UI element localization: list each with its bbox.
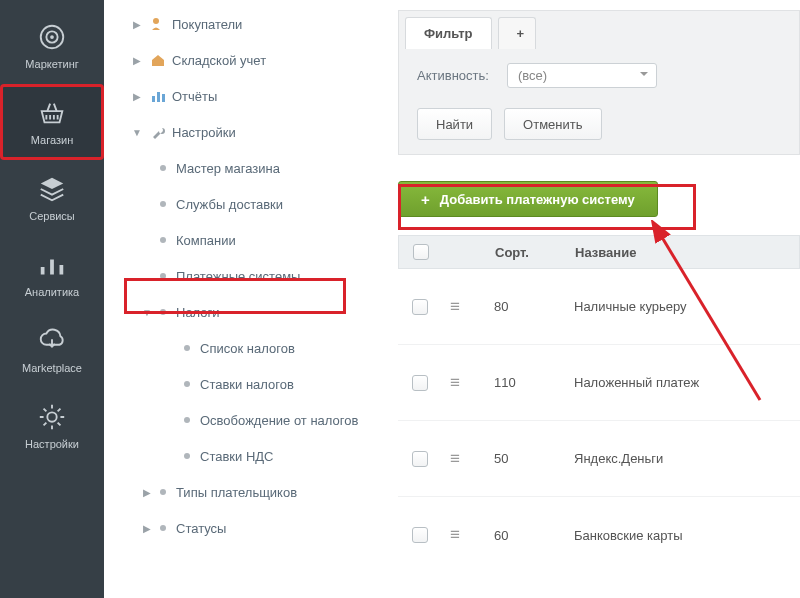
tree-label: Платежные системы	[176, 269, 300, 284]
bullet-icon	[160, 201, 166, 207]
tree-item-tax-list[interactable]: Список налогов	[104, 330, 390, 366]
activity-label: Активность:	[417, 68, 489, 83]
tree-label: Отчёты	[172, 89, 217, 104]
sidebar-item-marketplace[interactable]: Marketplace	[0, 312, 104, 388]
expand-icon: ▶	[130, 19, 144, 30]
bullet-icon	[184, 453, 190, 459]
layers-icon	[37, 174, 67, 204]
add-payment-system-button[interactable]: + Добавить платежную систему	[398, 181, 658, 217]
sidebar-item-services[interactable]: Сервисы	[0, 160, 104, 236]
find-button[interactable]: Найти	[417, 108, 492, 140]
table-row[interactable]: ≡50Яндекс.Деньги	[398, 421, 800, 497]
wrench-icon	[150, 124, 166, 140]
sidebar-item-settings[interactable]: Настройки	[0, 388, 104, 464]
drag-handle-icon[interactable]: ≡	[442, 297, 486, 317]
row-sort: 110	[486, 375, 566, 390]
sidebar-item-label: Маркетинг	[25, 58, 78, 70]
row-checkbox[interactable]	[398, 299, 442, 315]
expand-icon: ▶	[140, 523, 154, 534]
basket-icon	[37, 98, 67, 128]
activity-select[interactable]: (все)	[507, 63, 657, 88]
svg-rect-6	[157, 92, 160, 102]
th-sort[interactable]: Сорт.	[487, 245, 567, 260]
target-icon	[37, 22, 67, 52]
sidebar-item-label: Настройки	[25, 438, 79, 450]
filter-tab-label: Фильтр	[424, 26, 473, 41]
cloud-download-icon	[37, 326, 67, 356]
tree-item-settings[interactable]: ▼Настройки	[104, 114, 390, 150]
find-label: Найти	[436, 117, 473, 132]
drag-handle-icon[interactable]: ≡	[442, 525, 486, 545]
add-button-label: Добавить платежную систему	[440, 192, 635, 207]
tree-item-tax-exempt[interactable]: Освобождение от налогов	[104, 402, 390, 438]
collapse-icon: ▼	[130, 127, 144, 138]
tree-label: Ставки НДС	[200, 449, 273, 464]
svg-point-3	[47, 412, 56, 421]
tree-label: Покупатели	[172, 17, 242, 32]
svg-point-4	[153, 18, 159, 24]
row-checkbox[interactable]	[398, 375, 442, 391]
th-name[interactable]: Название	[567, 245, 799, 260]
tree-item-taxes[interactable]: ▼Налоги	[104, 294, 390, 330]
tree-item-wizard[interactable]: Мастер магазина	[104, 150, 390, 186]
row-checkbox[interactable]	[398, 451, 442, 467]
tree-item-payment-systems[interactable]: Платежные системы	[104, 258, 390, 294]
add-filter-tab[interactable]: +	[498, 17, 536, 49]
filter-tab[interactable]: Фильтр	[405, 17, 492, 49]
expand-icon: ▶	[140, 487, 154, 498]
nav-tree: ▶Покупатели ▶Складской учет ▶Отчёты ▼Нас…	[104, 0, 390, 598]
sidebar-item-label: Аналитика	[25, 286, 79, 298]
app-sidebar: Маркетинг Магазин Сервисы Аналитика Mark…	[0, 0, 104, 598]
svg-rect-7	[162, 94, 165, 102]
expand-icon: ▶	[130, 91, 144, 102]
tree-item-reports[interactable]: ▶Отчёты	[104, 78, 390, 114]
bullet-icon	[160, 525, 166, 531]
table-header: Сорт. Название	[398, 235, 800, 269]
tree-label: Настройки	[172, 125, 236, 140]
sidebar-item-analytics[interactable]: Аналитика	[0, 236, 104, 312]
table-row[interactable]: ≡60Банковские карты	[398, 497, 800, 573]
plus-icon: +	[421, 191, 430, 208]
table-row[interactable]: ≡110Наложенный платеж	[398, 345, 800, 421]
sidebar-item-marketing[interactable]: Маркетинг	[0, 8, 104, 84]
cancel-button[interactable]: Отменить	[504, 108, 601, 140]
tree-label: Типы плательщиков	[176, 485, 297, 500]
cancel-label: Отменить	[523, 117, 582, 132]
tree-label: Мастер магазина	[176, 161, 280, 176]
bullet-icon	[184, 345, 190, 351]
bars-icon	[37, 250, 67, 280]
expand-icon: ▶	[130, 55, 144, 66]
people-icon	[150, 16, 166, 32]
tree-label: Складской учет	[172, 53, 266, 68]
select-all-checkbox[interactable]	[399, 244, 443, 260]
row-name: Банковские карты	[566, 528, 800, 543]
activity-value: (все)	[518, 68, 547, 83]
drag-handle-icon[interactable]: ≡	[442, 373, 486, 393]
tree-item-companies[interactable]: Компании	[104, 222, 390, 258]
table-row[interactable]: ≡80Наличные курьеру	[398, 269, 800, 345]
row-name: Наличные курьеру	[566, 299, 800, 314]
house-icon	[150, 52, 166, 68]
row-sort: 80	[486, 299, 566, 314]
row-checkbox[interactable]	[398, 527, 442, 543]
tree-item-payer-types[interactable]: ▶Типы плательщиков	[104, 474, 390, 510]
filter-panel: Фильтр + Активность: (все) Найти Отменит…	[398, 10, 800, 155]
bullet-icon	[184, 381, 190, 387]
tree-item-delivery[interactable]: Службы доставки	[104, 186, 390, 222]
bullet-icon	[184, 417, 190, 423]
collapse-icon: ▼	[140, 307, 154, 318]
tree-item-statuses[interactable]: ▶Статусы	[104, 510, 390, 546]
bullet-icon	[160, 309, 166, 315]
tree-label: Статусы	[176, 521, 226, 536]
gear-icon	[37, 402, 67, 432]
sidebar-item-store[interactable]: Магазин	[0, 84, 104, 160]
tree-item-warehouse[interactable]: ▶Складской учет	[104, 42, 390, 78]
tree-item-buyers[interactable]: ▶Покупатели	[104, 6, 390, 42]
tree-item-vat-rates[interactable]: Ставки НДС	[104, 438, 390, 474]
bullet-icon	[160, 489, 166, 495]
main-content: Фильтр + Активность: (все) Найти Отменит…	[390, 0, 800, 598]
sidebar-item-label: Marketplace	[22, 362, 82, 374]
sidebar-item-label: Магазин	[31, 134, 73, 146]
drag-handle-icon[interactable]: ≡	[442, 449, 486, 469]
tree-item-tax-rates[interactable]: Ставки налогов	[104, 366, 390, 402]
